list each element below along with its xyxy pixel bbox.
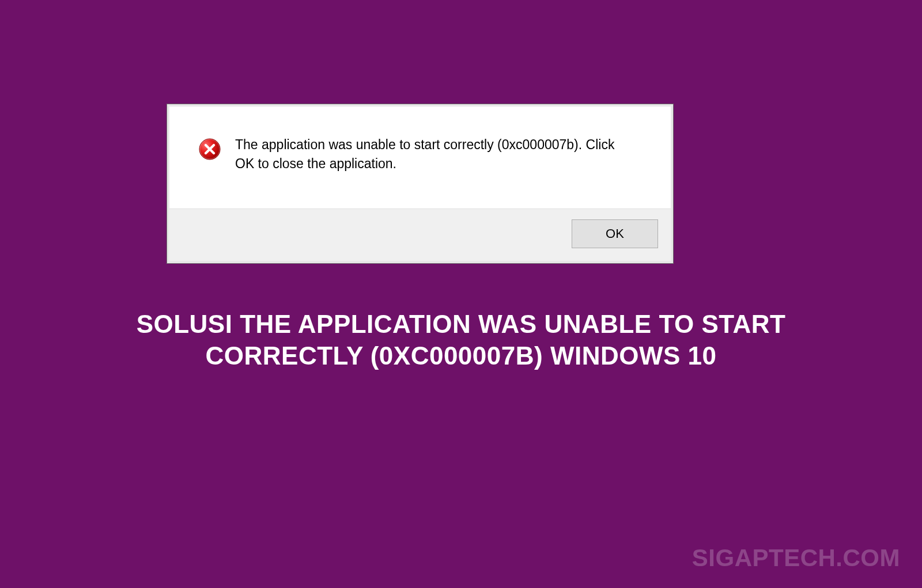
dialog-body: The application was unable to start corr… [169,107,671,208]
dialog-footer: OK [169,208,671,261]
dialog-message: The application was unable to start corr… [235,135,642,174]
page-headline: SOLUSI THE APPLICATION WAS UNABLE TO STA… [0,308,922,371]
dialog-inner: The application was unable to start corr… [167,104,673,263]
ok-button[interactable]: OK [572,219,658,248]
watermark: SIGAPTECH.COM [692,544,900,572]
error-icon [198,138,221,161]
error-dialog: The application was unable to start corr… [167,104,674,264]
